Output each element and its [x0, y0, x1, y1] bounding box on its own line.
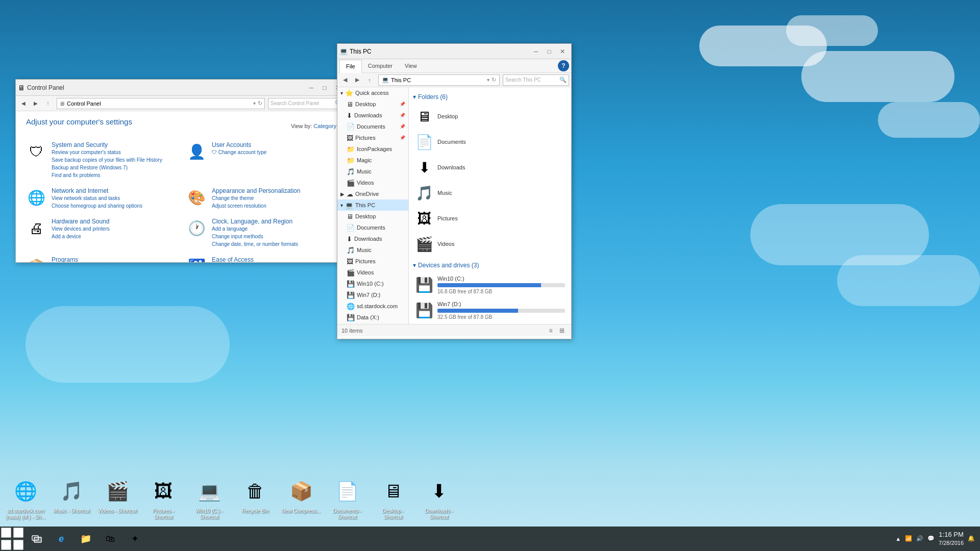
cp-link-system-security[interactable]: System and Security [52, 141, 108, 148]
desktop-icon-videos[interactable]: 🎬 Videos - Shortcut [94, 473, 140, 523]
fe-sidebar-win10c[interactable]: 💾Win10 (C:) [337, 278, 408, 289]
start-button[interactable] [0, 527, 24, 551]
taskbar-clock[interactable]: 1:16 PM 7/28/2016 [939, 530, 964, 547]
cp-sub-change-account[interactable]: 🛡 Change account type [212, 148, 266, 156]
fe-maximize-button[interactable]: □ [543, 45, 556, 58]
desktop-icon-win10c[interactable]: 💻 Win10 (C:) - Shortcut [186, 473, 232, 523]
fe-sidebar-pc-music[interactable]: 🎵Music [337, 244, 408, 256]
fe-folder-desktop[interactable]: 🖥 Desktop [413, 104, 567, 129]
cp-sub-1[interactable]: Review your computer's status [52, 148, 162, 156]
fe-sidebar-sd-stardock[interactable]: 🌐sd.stardock.com [337, 300, 408, 312]
fe-sidebar-datax[interactable]: 💾Data (X:) [337, 312, 408, 323]
action-center-icon[interactable]: 🔔 [968, 535, 975, 542]
fe-folder-videos[interactable]: 🎬 Videos [413, 231, 567, 257]
desktop-icon-documents[interactable]: 📄 Documents - Shortcut [324, 473, 370, 523]
cp-sub-hardware-2[interactable]: Add a device [52, 233, 110, 240]
fe-sidebar-quick-access[interactable]: ▾ ⭐ Quick access [337, 87, 408, 98]
desktop-icon-recycle-bin[interactable]: 🗑 Recycle Bin [232, 473, 278, 523]
fe-sidebar-pc-videos[interactable]: 🎬Videos [337, 267, 408, 278]
stardock-button[interactable]: ✦ [122, 527, 147, 551]
cp-sub-clock-3[interactable]: Change date, time, or number formats [212, 240, 298, 248]
fe-sidebar-videos[interactable]: 🎬Videos [337, 177, 408, 188]
fe-section-folders[interactable]: ▾ Folders (6) [413, 91, 567, 104]
fe-search-input[interactable]: Search This PC 🔍 [503, 74, 569, 86]
fe-tab-file[interactable]: File [339, 60, 362, 73]
fe-up-button[interactable]: ↑ [364, 74, 375, 86]
fe-sidebar-magic[interactable]: 📁Magic [337, 155, 408, 166]
cp-link-programs[interactable]: Programs [52, 256, 78, 262]
cp-sub-network-1[interactable]: View network status and tasks [52, 194, 142, 202]
fe-folder-music[interactable]: 🎵 Music [413, 180, 567, 206]
cp-viewby-value[interactable]: Category [313, 123, 336, 129]
fe-folder-pictures[interactable]: 🖼 Pictures [413, 206, 567, 231]
fe-drive-datax[interactable]: 💾 Data (X:) 44.8 GB free of 47.6 GB [413, 323, 567, 324]
fe-sidebar-music[interactable]: 🎵Music [337, 166, 408, 177]
desktop-icon-downloads[interactable]: ⬇ Downloads - Shortcut [416, 473, 462, 523]
fe-help-button[interactable]: ? [558, 60, 569, 71]
fe-sidebar-downloads[interactable]: ⬇Downloads📌 [337, 110, 408, 121]
fe-sidebar-network[interactable]: ▾ 🌐 Network [337, 323, 408, 324]
cp-sub-4[interactable]: Find and fix problems [52, 171, 162, 179]
cp-up-button[interactable]: ↑ [42, 98, 54, 109]
cp-search-input[interactable]: Search Control Panel 🔍 [268, 98, 345, 109]
cp-sub-appearance-1[interactable]: Change the theme [212, 194, 300, 202]
fe-sidebar-win7d[interactable]: 💾Win7 (D:) [337, 289, 408, 300]
fe-back-button[interactable]: ◀ [339, 74, 351, 86]
fe-sidebar-desktop[interactable]: 🖥Desktop📌 [337, 98, 408, 110]
cp-sub-2[interactable]: Save backup copies of your files with Fi… [52, 156, 162, 164]
cp-back-button[interactable]: ◀ [18, 98, 29, 109]
cp-minimize-button[interactable]: ─ [305, 81, 318, 94]
cp-link-network[interactable]: Network and Internet [52, 187, 108, 194]
cp-sub-clock-2[interactable]: Change input methods [212, 233, 298, 240]
cp-link-hardware[interactable]: Hardware and Sound [52, 218, 109, 225]
cp-sub-hardware-1[interactable]: View devices and printers [52, 225, 110, 233]
task-view-button[interactable] [24, 527, 49, 551]
fe-grid-view-button[interactable]: ⊞ [557, 325, 567, 336]
fe-drive-win10c[interactable]: 💾 Win10 (C:) 16.8 GB free of 87.8 GB [413, 272, 567, 297]
cp-link-ease[interactable]: Ease of Access [212, 256, 254, 262]
fe-sidebar-documents[interactable]: 📄Documents📌 [337, 121, 408, 132]
fe-sidebar-pictures[interactable]: 🖼Pictures📌 [337, 132, 408, 143]
fe-tab-view[interactable]: View [399, 59, 423, 72]
fe-sidebar-iconpackages[interactable]: 📁IconPackages [337, 143, 408, 155]
fe-drive-win7d[interactable]: 💾 Win7 (D:) 32.5 GB free of 87.8 GB [413, 297, 567, 323]
pictures-icon: 🖼 [148, 476, 179, 507]
fe-folder-documents[interactable]: 📄 Documents [413, 129, 567, 155]
cp-maximize-button[interactable]: □ [318, 81, 331, 94]
cp-link-user-accounts[interactable]: User Accounts [212, 141, 251, 148]
desktop-icon-music[interactable]: 🎵 Music - Shortcut [48, 473, 94, 523]
desktop-icon-desktop[interactable]: 🖥 Desktop - Shortcut [370, 473, 416, 523]
fe-sidebar-this-pc[interactable]: ▾ 💻 This PC [337, 199, 408, 211]
fe-minimize-button[interactable]: ─ [529, 45, 543, 58]
fe-sidebar-pc-downloads[interactable]: ⬇Downloads [337, 233, 408, 244]
fe-sidebar-pc-documents[interactable]: 📄Documents [337, 222, 408, 233]
fe-tab-computer[interactable]: Computer [362, 59, 399, 72]
store-button[interactable]: 🛍 [98, 527, 122, 551]
cp-forward-button[interactable]: ▶ [30, 98, 41, 109]
fe-sidebar-pc-desktop[interactable]: 🖥Desktop [337, 211, 408, 222]
fe-close-button[interactable]: ✕ [556, 45, 569, 58]
cp-sub-3[interactable]: Backup and Restore (Windows 7) [52, 164, 162, 171]
desktop-icon-pictures[interactable]: 🖼 Pictures - Shortcut [140, 473, 186, 523]
cp-link-clock[interactable]: Clock, Language, and Region [212, 218, 292, 225]
fe-drive-name-win10c: Win10 (C:) [437, 276, 565, 282]
cp-link-appearance[interactable]: Appearance and Personalization [212, 187, 300, 194]
fe-sidebar-onedrive[interactable]: ▶ ☁ OneDrive [337, 188, 408, 199]
desktop-icon-sd-stardock[interactable]: 🌐 sd.stardock.com (nasa) (M:) - Sh... [3, 473, 48, 523]
cp-sub-clock-1[interactable]: Add a language [212, 225, 298, 233]
cp-sub-appearance-2[interactable]: Adjust screen resolution [212, 202, 300, 210]
cp-sub-network-2[interactable]: Choose homegroup and sharing options [52, 202, 142, 210]
edge-button[interactable]: e [49, 527, 74, 551]
cp-address-bar[interactable]: 🖥 Control Panel ▾ ↻ [57, 98, 265, 109]
fe-address-bar[interactable]: 💻 This PC ▾ ↻ [378, 74, 500, 86]
desktop-icon-new-compressed[interactable]: 📦 New Compress... [278, 473, 324, 523]
cp-refresh-button[interactable]: ↻ [258, 100, 262, 107]
file-explorer-taskbar-button[interactable]: 📁 [74, 527, 98, 551]
fe-folder-downloads[interactable]: ⬇ Downloads [413, 155, 567, 180]
show-hidden-icons-button[interactable]: ▲ [895, 536, 901, 542]
fe-sidebar-pc-pictures[interactable]: 🖼Pictures [337, 256, 408, 267]
fe-section-drives[interactable]: ▾ Devices and drives (3) [413, 260, 567, 272]
fe-list-view-button[interactable]: ≡ [546, 325, 556, 336]
fe-forward-button[interactable]: ▶ [352, 74, 363, 86]
fe-refresh-button[interactable]: ↻ [492, 77, 496, 83]
